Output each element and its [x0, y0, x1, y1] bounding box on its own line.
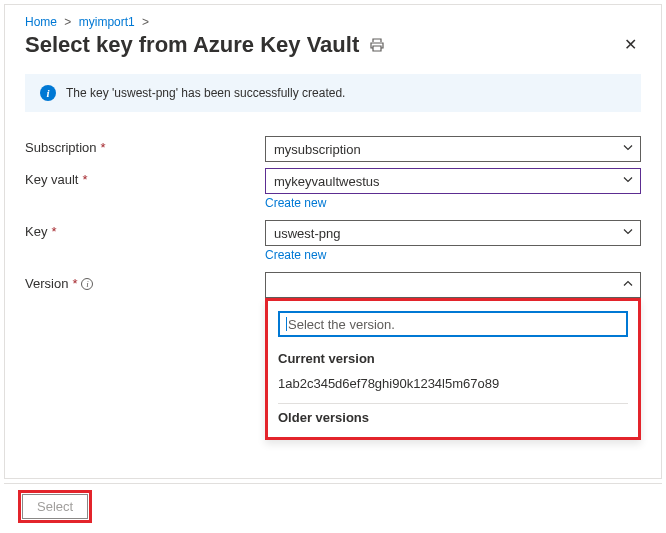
- header-row: Select key from Azure Key Vault ✕: [25, 31, 641, 58]
- page-title: Select key from Azure Key Vault: [25, 32, 359, 58]
- required-star: *: [101, 140, 106, 155]
- keyvault-create-new-link[interactable]: Create new: [265, 196, 326, 210]
- version-search-placeholder: Select the version.: [288, 317, 395, 332]
- keyvault-label: Key vault: [25, 172, 78, 187]
- select-button[interactable]: Select: [22, 494, 88, 519]
- breadcrumb-sep: >: [142, 15, 149, 29]
- info-icon[interactable]: i: [81, 278, 93, 290]
- breadcrumb: Home > myimport1 >: [25, 5, 641, 31]
- footer-bar: Select: [4, 483, 662, 529]
- row-subscription: Subscription * mysubscription: [25, 136, 641, 162]
- key-vault-panel: Home > myimport1 > Select key from Azure…: [4, 4, 662, 479]
- breadcrumb-home[interactable]: Home: [25, 15, 57, 29]
- chevron-up-icon: [622, 278, 634, 293]
- row-version: Version * i Select the version. Current …: [25, 272, 641, 440]
- banner-text: The key 'uswest-png' has been successful…: [66, 86, 345, 100]
- info-icon: i: [40, 85, 56, 101]
- success-banner: i The key 'uswest-png' has been successf…: [25, 74, 641, 112]
- row-keyvault: Key vault * mykeyvaultwestus Create new: [25, 168, 641, 210]
- row-key: Key * uswest-png Create new: [25, 220, 641, 262]
- chevron-down-icon: [622, 174, 634, 189]
- older-versions-header: Older versions: [278, 410, 628, 425]
- divider: [278, 403, 628, 404]
- version-dropdown-panel: Select the version. Current version 1ab2…: [265, 298, 641, 440]
- subscription-value: mysubscription: [274, 142, 361, 157]
- key-value: uswest-png: [274, 226, 340, 241]
- chevron-down-icon: [622, 226, 634, 241]
- version-select[interactable]: [265, 272, 641, 298]
- print-icon[interactable]: [369, 37, 385, 53]
- breadcrumb-item[interactable]: myimport1: [79, 15, 135, 29]
- breadcrumb-sep: >: [64, 15, 71, 29]
- chevron-down-icon: [622, 142, 634, 157]
- keyvault-select[interactable]: mykeyvaultwestus: [265, 168, 641, 194]
- required-star: *: [82, 172, 87, 187]
- key-create-new-link[interactable]: Create new: [265, 248, 326, 262]
- required-star: *: [72, 276, 77, 291]
- version-label: Version: [25, 276, 68, 291]
- required-star: *: [51, 224, 56, 239]
- version-search-input[interactable]: Select the version.: [278, 311, 628, 337]
- current-version-header: Current version: [278, 351, 628, 366]
- key-select[interactable]: uswest-png: [265, 220, 641, 246]
- close-icon[interactable]: ✕: [620, 31, 641, 58]
- subscription-select[interactable]: mysubscription: [265, 136, 641, 162]
- subscription-label: Subscription: [25, 140, 97, 155]
- key-label: Key: [25, 224, 47, 239]
- version-option-current[interactable]: 1ab2c345d6ef78ghi90k1234l5m67o89: [278, 372, 628, 401]
- keyvault-value: mykeyvaultwestus: [274, 174, 379, 189]
